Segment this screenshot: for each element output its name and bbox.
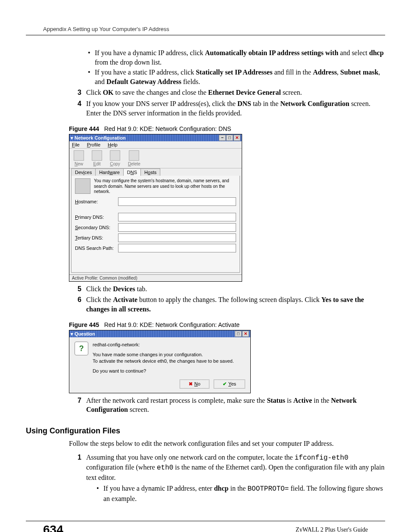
question-icon: ?: [75, 342, 88, 355]
activate-title: Question: [75, 331, 95, 336]
copy-icon: [110, 150, 120, 161]
section-intro: Follow the steps below to edit the netwo…: [69, 439, 385, 448]
window-indicator-icon: ▾: [71, 331, 73, 336]
no-button[interactable]: ✖No: [180, 380, 209, 389]
activate-dialog: ▾ Question □✕ ? redhat-config-network: Y…: [69, 330, 251, 393]
tab-hosts[interactable]: Hosts: [140, 168, 160, 176]
maximize-icon[interactable]: □: [235, 331, 242, 337]
step-3: 3 Click OK to save the changes and close…: [78, 88, 385, 97]
step-7: 7 After the network card restart process…: [78, 396, 385, 414]
activate-message: redhat-config-network: You have made som…: [93, 342, 234, 374]
no-icon: ✖: [189, 381, 193, 386]
activate-title-bar: ▾ Question □✕: [69, 330, 250, 337]
label-tertiary-dns: Tertiary DNS:: [75, 235, 118, 240]
dns-tabs: Devices Hardware DNS Hosts: [69, 168, 242, 176]
label-secondary-dns: Secondary DNS:: [75, 225, 118, 230]
page-footer: 634 ZyWALL 2 Plus User's Guide: [26, 521, 385, 532]
window-indicator-icon: ▾: [71, 135, 73, 140]
dns-title: Network Configuration: [75, 135, 126, 140]
dns-title-bar: ▾ Network Configuration –□✕: [69, 134, 242, 141]
cfg-step-1: 1 Assuming that you have only one networ…: [78, 453, 385, 482]
menu-file[interactable]: File: [72, 142, 80, 147]
label-dns-search-path: DNS Search Path:: [75, 246, 118, 251]
hostname-field[interactable]: [118, 197, 236, 206]
dns-menubar: File Profile Help: [69, 141, 242, 149]
dns-desc-text: You may configure the system's hostname,…: [94, 178, 236, 195]
label-hostname: Hostname:: [75, 199, 118, 204]
dns-statusbar: Active Profile: Common (modified): [69, 274, 242, 281]
delete-icon: [129, 150, 139, 161]
dns-desc-icon: [75, 178, 90, 194]
toolbar-delete[interactable]: Delete: [128, 150, 140, 166]
tab-hardware[interactable]: Hardware: [95, 168, 124, 176]
minimize-icon[interactable]: –: [219, 135, 226, 141]
dns-search-path-field[interactable]: [118, 244, 236, 252]
step-5: 5 Click the Devices tab.: [78, 284, 385, 294]
menu-help[interactable]: Help: [108, 142, 118, 147]
cfg-bullet-dhcp: If you have a dynamic IP address, enter …: [95, 484, 385, 503]
figure-444-caption: Figure 444 Red Hat 9.0: KDE: Network Con…: [69, 125, 385, 132]
new-icon: [74, 150, 84, 161]
primary-dns-field[interactable]: [118, 213, 236, 221]
dns-toolbar: New Edit Copy Delete: [69, 149, 242, 168]
toolbar-copy[interactable]: Copy: [110, 150, 120, 166]
dns-window: ▾ Network Configuration –□✕ File Profile…: [69, 134, 242, 282]
secondary-dns-field[interactable]: [118, 223, 236, 232]
guide-name: ZyWALL 2 Plus User's Guide: [296, 523, 368, 532]
maximize-icon[interactable]: □: [226, 135, 233, 141]
label-primary-dns: Primary DNS:: [75, 215, 118, 220]
yes-button[interactable]: ✔Yes: [214, 380, 245, 389]
step-4: 4 If you know your DNS server IP address…: [78, 99, 385, 118]
yes-icon: ✔: [223, 381, 227, 386]
bullet-dynamic-ip: If you have a dynamic IP address, click …: [86, 48, 385, 67]
toolbar-edit[interactable]: Edit: [92, 150, 102, 166]
section-using-config-files: Using Configuration Files: [26, 426, 385, 436]
figure-445-caption: Figure 445 Red Hat 9.0: KDE: Network Con…: [69, 321, 385, 328]
dns-tab-body: You may configure the system's hostname,…: [71, 176, 240, 273]
menu-profile[interactable]: Profile: [87, 142, 100, 147]
page-number: 634: [43, 523, 63, 532]
tab-devices[interactable]: Devices: [71, 168, 96, 176]
close-icon[interactable]: ✕: [242, 331, 249, 337]
edit-icon: [92, 150, 102, 161]
toolbar-new[interactable]: New: [74, 150, 84, 166]
bullet-static-ip: If you have a static IP address, click S…: [86, 68, 385, 86]
tab-dns[interactable]: DNS: [123, 168, 141, 176]
close-icon[interactable]: ✕: [234, 135, 240, 141]
step-6: 6 Click the Activate button to apply the…: [78, 295, 385, 314]
page-header: Appendix A Setting up Your Computer's IP…: [26, 26, 385, 35]
tertiary-dns-field[interactable]: [118, 233, 236, 242]
